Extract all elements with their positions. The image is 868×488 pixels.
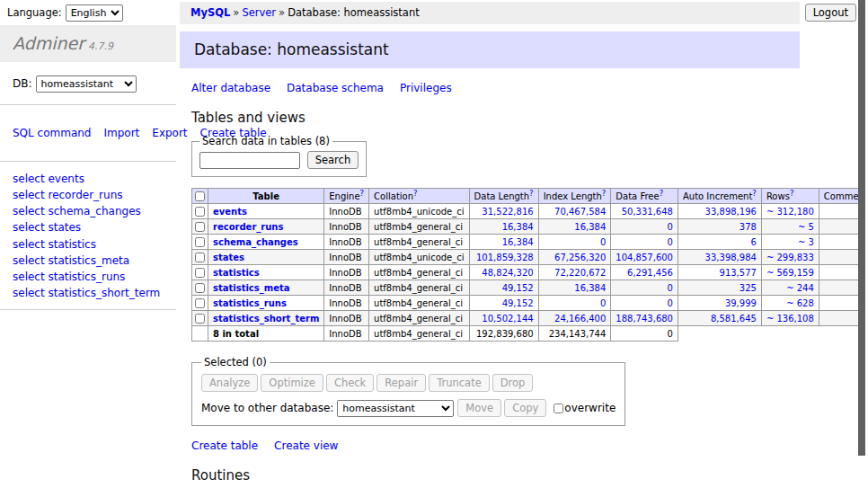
- table-name-link[interactable]: schema_changes: [213, 237, 298, 247]
- move-button[interactable]: Move: [457, 399, 501, 417]
- help-link[interactable]: ?: [752, 189, 757, 198]
- index-length-link[interactable]: 70,467,584: [554, 207, 606, 217]
- index-length-link[interactable]: 24,166,400: [554, 314, 606, 324]
- scrollbar-track[interactable]: [858, 0, 868, 488]
- table-name-link[interactable]: statistics_short_term: [213, 314, 319, 324]
- rows-link[interactable]: ~ 299,833: [766, 253, 814, 262]
- overwrite-checkbox[interactable]: [554, 404, 563, 413]
- create-table-link[interactable]: Create table: [191, 439, 258, 452]
- index-length-link[interactable]: 16,384: [574, 222, 606, 232]
- data-free-link[interactable]: 0: [668, 222, 673, 232]
- row-checkbox[interactable]: [195, 253, 205, 262]
- create-view-link[interactable]: Create view: [274, 439, 338, 452]
- logout-button[interactable]: Logout: [805, 4, 856, 22]
- help-link[interactable]: ?: [360, 189, 365, 198]
- select-all-checkbox[interactable]: [195, 191, 205, 201]
- data-free-link[interactable]: 188,743,680: [616, 314, 673, 324]
- move-database-select[interactable]: homeassistant: [337, 400, 454, 417]
- engine-cell: InnoDB: [324, 250, 369, 265]
- copy-button[interactable]: Copy: [504, 399, 546, 417]
- row-checkbox[interactable]: [195, 314, 205, 324]
- alter-database-link[interactable]: Alter database: [191, 82, 270, 94]
- auto-increment-link[interactable]: 913,577: [720, 268, 757, 278]
- data-length-link[interactable]: 10,502,144: [482, 314, 533, 324]
- sidebar-table-link[interactable]: select states: [13, 219, 164, 235]
- data-length-link[interactable]: 31,522,816: [482, 207, 533, 217]
- privileges-link[interactable]: Privileges: [400, 82, 452, 94]
- auto-increment-link[interactable]: 8,581,645: [711, 314, 757, 324]
- data-free-link[interactable]: 104,857,600: [616, 253, 673, 262]
- data-length-link[interactable]: 49,152: [502, 283, 534, 293]
- sidebar-table-link[interactable]: select statistics_short_term: [13, 285, 164, 301]
- rows-link[interactable]: ~ 312,180: [766, 207, 814, 217]
- index-length-link[interactable]: 0: [600, 237, 606, 247]
- rows-link[interactable]: ~ 244: [786, 283, 814, 293]
- rows-link[interactable]: ~ 628: [786, 298, 814, 308]
- scrollbar-thumb[interactable]: [858, 0, 865, 456]
- sidebar-table-link[interactable]: select schema_changes: [13, 203, 164, 219]
- auto-increment-link[interactable]: 325: [740, 283, 757, 293]
- row-checkbox[interactable]: [195, 283, 205, 293]
- rows-link[interactable]: ~ 5: [798, 222, 814, 232]
- truncate-button[interactable]: Truncate: [429, 374, 490, 392]
- row-checkbox[interactable]: [195, 222, 205, 232]
- optimize-button[interactable]: Optimize: [261, 374, 323, 392]
- db-select[interactable]: homeassistant: [36, 75, 137, 93]
- sidebar-table-link[interactable]: select statistics_meta: [13, 253, 164, 269]
- help-link[interactable]: ?: [660, 189, 664, 198]
- database-schema-link[interactable]: Database schema: [287, 82, 384, 94]
- sidebar-table-link[interactable]: select recorder_runs: [13, 187, 164, 203]
- table-name-link[interactable]: states: [213, 253, 244, 262]
- data-free-link[interactable]: 0: [668, 298, 673, 308]
- sidebar-table-link[interactable]: select statistics_runs: [13, 269, 164, 285]
- rows-link[interactable]: ~ 569,159: [766, 268, 814, 278]
- breadcrumb-server-link[interactable]: Server: [242, 6, 276, 19]
- drop-button[interactable]: Drop: [492, 374, 534, 392]
- sidebar-table-link[interactable]: select events: [13, 171, 164, 187]
- rows-link[interactable]: ~ 3: [798, 237, 814, 247]
- index-length-link[interactable]: 16,384: [574, 283, 606, 293]
- data-length-link[interactable]: 48,824,320: [482, 268, 533, 278]
- check-button[interactable]: Check: [326, 374, 374, 392]
- data-length-link[interactable]: 16,384: [502, 237, 534, 247]
- sidebar-table-link[interactable]: select statistics: [13, 236, 164, 253]
- row-checkbox[interactable]: [195, 207, 205, 217]
- rows-link[interactable]: ~ 136,108: [766, 314, 814, 324]
- repair-button[interactable]: Repair: [376, 374, 426, 392]
- table-name-link[interactable]: statistics_meta: [213, 283, 289, 293]
- help-link[interactable]: ?: [790, 189, 794, 198]
- index-length-link[interactable]: 72,220,672: [554, 268, 606, 278]
- table-name-link[interactable]: statistics_runs: [213, 298, 287, 308]
- row-checkbox[interactable]: [195, 298, 205, 308]
- auto-increment-link[interactable]: 33,398,984: [705, 253, 757, 262]
- auto-increment-link[interactable]: 33,898,196: [705, 207, 757, 217]
- table-name-link[interactable]: events: [213, 207, 247, 217]
- row-checkbox[interactable]: [195, 268, 205, 278]
- help-link[interactable]: ?: [602, 189, 607, 198]
- adminer-brand-link[interactable]: Adminer: [13, 33, 84, 53]
- data-length-link[interactable]: 16,384: [502, 222, 534, 232]
- table-name-link[interactable]: statistics: [213, 268, 260, 278]
- index-length-link[interactable]: 0: [600, 298, 606, 308]
- sidebar-import-link[interactable]: Import: [103, 127, 139, 139]
- auto-increment-link[interactable]: 378: [740, 222, 757, 232]
- auto-increment-link[interactable]: 39,999: [725, 298, 757, 308]
- table-name-link[interactable]: recorder_runs: [213, 222, 283, 232]
- breadcrumb-mysql-link[interactable]: MySQL: [190, 6, 230, 19]
- sidebar-sql-command-link[interactable]: SQL command: [13, 127, 91, 139]
- analyze-button[interactable]: Analyze: [201, 374, 258, 392]
- row-checkbox[interactable]: [195, 237, 205, 247]
- search-input[interactable]: [199, 152, 300, 169]
- data-free-link[interactable]: 0: [668, 283, 673, 293]
- help-link[interactable]: ?: [413, 189, 418, 198]
- index-length-link[interactable]: 67,256,320: [554, 253, 606, 262]
- data-length-link[interactable]: 101,859,328: [476, 253, 534, 262]
- data-length-link[interactable]: 49,152: [502, 298, 534, 308]
- help-link[interactable]: ?: [529, 189, 534, 198]
- data-free-link[interactable]: 6,291,456: [627, 268, 673, 278]
- data-free-link[interactable]: 50,331,648: [622, 207, 673, 217]
- data-free-link[interactable]: 0: [668, 237, 673, 247]
- search-button[interactable]: Search: [307, 151, 359, 169]
- language-select[interactable]: English: [66, 4, 123, 22]
- auto-increment-link[interactable]: 6: [751, 237, 757, 247]
